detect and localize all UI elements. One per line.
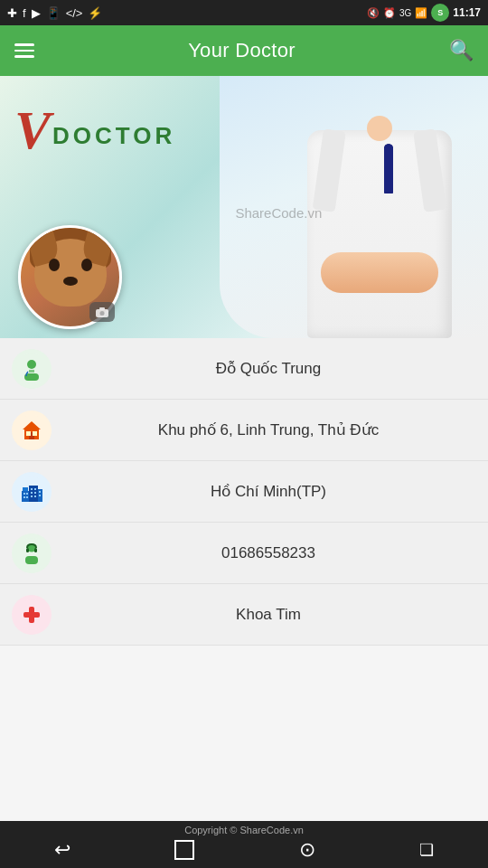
multi-window-button[interactable]: ❏ <box>419 840 434 860</box>
code-icon: </> <box>66 6 83 20</box>
heart-cross-icon <box>12 595 52 635</box>
svg-rect-14 <box>23 487 28 491</box>
doctor-name: Đỗ Quốc Trung <box>63 359 488 378</box>
avatar-section <box>18 225 122 329</box>
icon-box-phone <box>0 533 63 573</box>
signal-3g: 3G <box>399 8 411 18</box>
svg-rect-24 <box>34 492 36 494</box>
info-item-city[interactable]: Hồ Chí Minh(TP) <box>0 461 488 523</box>
status-bar-right: 🔇 ⏰ 3G 📶 S 11:17 <box>367 4 481 22</box>
add-icon: ✚ <box>7 6 17 20</box>
svg-rect-26 <box>34 495 36 497</box>
signal-bars: 📶 <box>415 7 427 19</box>
svg-rect-27 <box>39 491 41 493</box>
svg-rect-20 <box>26 496 28 498</box>
specialty-text: Khoa Tim <box>63 606 488 624</box>
doctor-coat <box>307 130 452 338</box>
city-text: Hồ Chí Minh(TP) <box>63 482 488 501</box>
svg-rect-32 <box>26 548 29 552</box>
usb-icon: ⚡ <box>88 6 102 20</box>
svg-point-1 <box>100 311 105 316</box>
icon-box-name <box>0 349 63 389</box>
search-icon[interactable]: 🔍 <box>449 39 474 62</box>
svg-rect-19 <box>23 496 25 498</box>
svg-rect-2 <box>99 307 105 310</box>
svg-rect-17 <box>23 493 25 495</box>
dog-eye-left <box>49 259 60 271</box>
facebook-icon: f <box>23 6 26 20</box>
svg-rect-23 <box>31 492 33 494</box>
svg-rect-11 <box>33 431 37 436</box>
youtube-icon: ▶ <box>32 6 41 20</box>
city-icon <box>12 472 52 512</box>
svg-rect-28 <box>39 495 41 496</box>
status-bar-left: ✚ f ▶ 📱 </> ⚡ <box>7 6 102 20</box>
icon-box-city <box>0 472 63 512</box>
svg-point-4 <box>27 360 36 369</box>
time-display: 11:17 <box>453 6 481 19</box>
status-bar: ✚ f ▶ 📱 </> ⚡ 🔇 ⏰ 3G 📶 S 11:17 <box>0 0 488 25</box>
logo-doctor-text: DOCTOR <box>52 122 175 150</box>
svg-rect-6 <box>29 370 34 373</box>
info-item-phone[interactable]: 01686558233 <box>0 523 488 584</box>
svg-rect-22 <box>34 488 36 490</box>
bottom-nav: Copyright © ShareCode.vn ↩ ⊙ ❏ <box>0 821 488 868</box>
app-title: Your Doctor <box>188 39 296 62</box>
dog-nose <box>63 277 78 286</box>
hero-banner: V DOCTOR ShareCode.vn <box>0 76 488 338</box>
phone-person-icon <box>12 533 52 573</box>
icon-box-address <box>0 410 63 450</box>
icon-box-specialty <box>0 595 63 635</box>
logo-area: V DOCTOR <box>14 103 175 157</box>
svg-rect-18 <box>26 493 28 495</box>
dog-eye-right <box>81 259 92 271</box>
svg-rect-31 <box>25 556 38 564</box>
copyright-text: Copyright © ShareCode.vn <box>0 821 488 835</box>
info-item-name[interactable]: Đỗ Quốc Trung <box>0 338 488 400</box>
menu-button[interactable] <box>14 43 34 58</box>
back-button[interactable]: ↩ <box>54 838 70 862</box>
svg-rect-33 <box>34 548 37 552</box>
info-list: Đỗ Quốc Trung Khu phố 6, Linh Trung, Thủ… <box>0 338 488 646</box>
svg-rect-36 <box>23 612 40 618</box>
app-bar: Your Doctor 🔍 <box>0 25 488 76</box>
house-icon <box>12 410 52 450</box>
doctor-person-icon <box>12 349 52 389</box>
svg-rect-21 <box>31 488 33 490</box>
alarm-icon: ⏰ <box>383 7 396 19</box>
camera-badge[interactable] <box>89 302 115 322</box>
svg-rect-10 <box>26 431 31 436</box>
address-text: Khu phố 6, Linh Trung, Thủ Đức <box>63 420 488 439</box>
dog-head <box>34 239 107 307</box>
logo-v: V <box>14 103 51 157</box>
phone-icon: 📱 <box>46 6 61 20</box>
svg-rect-25 <box>31 495 33 497</box>
doctor-figure <box>271 76 488 338</box>
info-item-specialty[interactable]: Khoa Tim <box>0 584 488 646</box>
recents-button[interactable]: ⊙ <box>299 838 315 862</box>
sharecode-badge: S <box>431 4 449 22</box>
mute-icon: 🔇 <box>367 7 380 19</box>
info-item-address[interactable]: Khu phố 6, Linh Trung, Thủ Đức <box>0 400 488 461</box>
bottom-nav-icons: ↩ ⊙ ❏ <box>54 838 434 862</box>
phone-text: 01686558233 <box>63 544 488 562</box>
svg-rect-15 <box>29 486 38 502</box>
home-button[interactable] <box>174 840 194 860</box>
